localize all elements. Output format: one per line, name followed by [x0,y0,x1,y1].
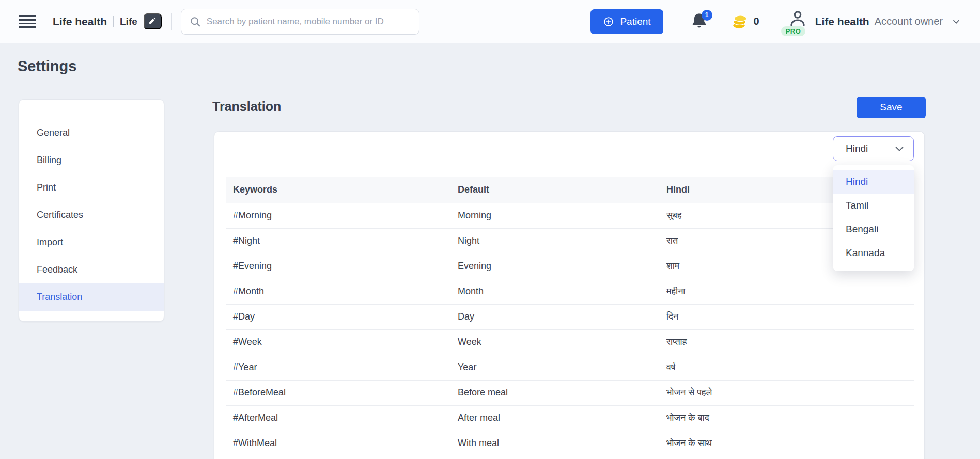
keyword-cell: #Evening [226,254,450,279]
keyword-cell: #Night [226,228,450,254]
table-row: #Week Week सप्ताह [226,329,914,355]
sidebar-item[interactable]: General [19,119,164,147]
default-cell: Evening [450,254,659,279]
language-dropdown-menu: Hindi Tamil Bengali Kannada [833,165,914,271]
add-patient-button[interactable]: Patient [590,9,663,34]
sidebar-item[interactable]: Print [19,174,164,201]
divider [171,13,172,30]
coins-icon [731,13,749,30]
language-select-value: Hindi [846,143,868,154]
sidebar-item-label: Print [37,182,56,193]
settings-sidebar: General Billing Print Certificates Impor… [19,99,164,322]
translation-cell[interactable]: दिन [659,304,914,329]
sidebar-item[interactable]: Certificates [19,201,164,229]
language-option-label: Bengali [846,224,878,234]
default-cell: With meal [450,431,659,456]
keyword-cell: #Month [226,279,450,304]
column-header-keywords: Keywords [226,177,450,203]
credits-indicator[interactable]: 0 [731,13,759,30]
language-option-label: Tamil [846,200,868,211]
keyword-cell: #AfterMeal [226,405,450,431]
search-input[interactable] [207,17,411,27]
language-option[interactable]: Bengali [833,217,914,241]
default-cell: After meal [450,405,659,431]
keyword-cell: #Day [226,304,450,329]
table-row: #Month Month महीना [226,279,914,304]
language-option-label: Kannada [846,247,885,258]
sidebar-item[interactable]: Translation [19,283,164,311]
divider [429,14,429,29]
search-icon [190,16,201,27]
table-row: #AfterMeal After meal भोजन के बाद [226,405,914,431]
clinic-name: Life health [53,15,107,28]
keyword-cell: #Week [226,329,450,355]
default-cell: Empty stomach [450,456,659,459]
table-row: #Night Night रात [226,228,914,254]
clinic-short-name: Life [120,16,137,27]
translation-cell[interactable]: भोजन के साथ [659,431,914,456]
divider [113,16,114,27]
chevron-down-icon [894,143,905,154]
translation-cell[interactable]: खाली पेट [659,456,914,459]
table-row: #BeforeMeal Before meal भोजन से पहले [226,380,914,405]
pencil-icon [148,17,157,26]
translation-cell[interactable]: सप्ताह [659,329,914,355]
avatar: PRO [785,8,810,35]
table-row: #Evening Evening शाम [226,254,914,279]
account-menu[interactable]: PRO Life health Account owner [785,8,961,35]
translation-cell[interactable]: वर्ष [659,355,914,380]
sidebar-item-label: Import [37,237,63,247]
language-option[interactable]: Tamil [833,194,914,217]
save-button[interactable]: Save [857,97,926,118]
table-header-row: Keywords Default Hindi [226,177,914,203]
chevron-down-icon [951,17,961,27]
sidebar-item-label: Billing [37,155,61,165]
edit-clinic-button[interactable] [144,13,162,29]
menu-icon[interactable] [19,15,36,28]
default-cell: Month [450,279,659,304]
notifications-button[interactable]: 1 [691,11,709,32]
section-title: Translation [212,99,281,114]
language-option[interactable]: Hindi [833,170,914,194]
patient-search [181,9,419,35]
translation-cell[interactable]: महीना [659,279,914,304]
credits-count: 0 [754,15,759,27]
translation-table: Keywords Default Hindi #Morning Morning … [226,177,914,459]
table-row: #Day Day दिन [226,304,914,329]
keyword-cell: #Morning [226,203,450,228]
sidebar-item[interactable]: Import [19,229,164,256]
language-select[interactable]: Hindi [833,136,914,161]
translation-panel: Hindi Hindi Tamil Bengali Kannada Ke [214,131,925,459]
sidebar-item[interactable]: Billing [19,147,164,174]
sidebar-item[interactable]: Feedback [19,256,164,283]
default-cell: Morning [450,203,659,228]
plus-circle-icon [603,16,614,27]
language-option[interactable]: Kannada [833,241,914,265]
notification-badge: 1 [702,10,712,21]
table-row: #WithMeal With meal भोजन के साथ [226,431,914,456]
sidebar-item-label: Translation [37,292,82,302]
user-icon [785,8,810,29]
sidebar-item-label: General [37,128,70,138]
table-row: #Year Year वर्ष [226,355,914,380]
sidebar-item-label: Certificates [37,210,83,220]
add-patient-label: Patient [620,16,650,27]
default-cell: Night [450,228,659,254]
keyword-cell: #WithMeal [226,431,450,456]
keyword-cell: #EmptyStomach [226,456,450,459]
default-cell: Week [450,329,659,355]
sidebar-item-label: Feedback [37,264,77,275]
app-header: Life health Life Patient 1 [0,0,980,43]
default-cell: Year [450,355,659,380]
page-title: Settings [18,58,76,75]
language-option-label: Hindi [846,176,868,187]
translation-cell[interactable]: भोजन से पहले [659,380,914,405]
table-row: #Morning Morning सुबह [226,203,914,228]
pro-badge: PRO [781,26,806,36]
default-cell: Before meal [450,380,659,405]
translation-cell[interactable]: भोजन के बाद [659,405,914,431]
divider [676,13,676,30]
column-header-default: Default [450,177,659,203]
default-cell: Day [450,304,659,329]
table-row: #EmptyStomach Empty stomach खाली पेट [226,456,914,459]
